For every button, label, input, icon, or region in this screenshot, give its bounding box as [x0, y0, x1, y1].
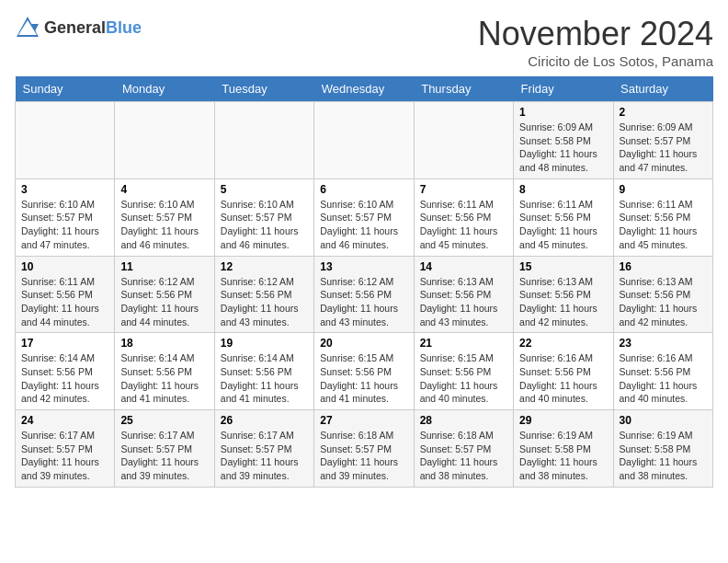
calendar-cell: 19Sunrise: 6:14 AM Sunset: 5:56 PM Dayli…	[214, 333, 313, 410]
day-info: Sunrise: 6:10 AM Sunset: 5:57 PM Dayligh…	[221, 198, 308, 252]
calendar-cell: 16Sunrise: 6:13 AM Sunset: 5:56 PM Dayli…	[613, 256, 712, 333]
location-subtitle: Ciricito de Los Sotos, Panama	[478, 53, 713, 69]
header-cell-tuesday: Tuesday	[214, 76, 313, 102]
day-number: 21	[420, 337, 507, 350]
day-info: Sunrise: 6:13 AM Sunset: 5:56 PM Dayligh…	[420, 275, 507, 329]
day-number: 23	[620, 337, 707, 350]
day-number: 4	[120, 183, 208, 196]
week-row-0: 1Sunrise: 6:09 AM Sunset: 5:58 PM Daylig…	[16, 102, 713, 179]
day-number: 29	[519, 414, 607, 427]
week-row-1: 3Sunrise: 6:10 AM Sunset: 5:57 PM Daylig…	[16, 178, 713, 256]
calendar-cell: 2Sunrise: 6:09 AM Sunset: 5:57 PM Daylig…	[613, 102, 712, 179]
day-number: 9	[620, 183, 707, 196]
calendar-cell: 18Sunrise: 6:14 AM Sunset: 5:56 PM Dayli…	[115, 333, 214, 410]
week-row-3: 17Sunrise: 6:14 AM Sunset: 5:56 PM Dayli…	[16, 333, 713, 410]
day-info: Sunrise: 6:10 AM Sunset: 5:57 PM Dayligh…	[120, 198, 208, 252]
day-info: Sunrise: 6:19 AM Sunset: 5:58 PM Dayligh…	[620, 429, 707, 483]
day-info: Sunrise: 6:14 AM Sunset: 5:56 PM Dayligh…	[21, 351, 108, 406]
calendar-cell: 20Sunrise: 6:15 AM Sunset: 5:56 PM Dayli…	[314, 333, 414, 410]
calendar-table: SundayMondayTuesdayWednesdayThursdayFrid…	[15, 76, 713, 488]
header-cell-monday: Monday	[115, 76, 214, 102]
day-info: Sunrise: 6:14 AM Sunset: 5:56 PM Dayligh…	[120, 351, 208, 406]
calendar-header: SundayMondayTuesdayWednesdayThursdayFrid…	[16, 76, 713, 102]
day-info: Sunrise: 6:13 AM Sunset: 5:56 PM Dayligh…	[620, 275, 707, 329]
month-title: November 2024	[478, 15, 713, 53]
day-number: 14	[420, 260, 507, 273]
calendar-cell: 5Sunrise: 6:10 AM Sunset: 5:57 PM Daylig…	[214, 178, 313, 256]
calendar-cell: 10Sunrise: 6:11 AM Sunset: 5:56 PM Dayli…	[16, 256, 115, 333]
day-number: 2	[620, 106, 707, 119]
calendar-cell	[214, 102, 313, 179]
day-number: 12	[221, 260, 308, 273]
calendar-cell: 17Sunrise: 6:14 AM Sunset: 5:56 PM Dayli…	[16, 333, 115, 410]
calendar-cell: 24Sunrise: 6:17 AM Sunset: 5:57 PM Dayli…	[16, 410, 115, 488]
calendar-cell: 25Sunrise: 6:17 AM Sunset: 5:57 PM Dayli…	[115, 410, 214, 488]
header: GeneralBlue November 2024 Ciricito de Lo…	[15, 15, 713, 69]
day-number: 22	[519, 337, 607, 350]
header-cell-thursday: Thursday	[414, 76, 513, 102]
calendar-body: 1Sunrise: 6:09 AM Sunset: 5:58 PM Daylig…	[16, 102, 713, 488]
day-info: Sunrise: 6:11 AM Sunset: 5:56 PM Dayligh…	[519, 198, 607, 252]
day-info: Sunrise: 6:12 AM Sunset: 5:56 PM Dayligh…	[221, 275, 308, 329]
calendar-cell: 27Sunrise: 6:18 AM Sunset: 5:57 PM Dayli…	[314, 410, 414, 488]
calendar-cell: 8Sunrise: 6:11 AM Sunset: 5:56 PM Daylig…	[514, 178, 613, 256]
week-row-2: 10Sunrise: 6:11 AM Sunset: 5:56 PM Dayli…	[16, 256, 713, 333]
calendar-cell: 6Sunrise: 6:10 AM Sunset: 5:57 PM Daylig…	[314, 178, 414, 256]
day-info: Sunrise: 6:16 AM Sunset: 5:56 PM Dayligh…	[620, 351, 707, 406]
day-number: 27	[320, 414, 407, 427]
day-info: Sunrise: 6:17 AM Sunset: 5:57 PM Dayligh…	[221, 429, 308, 483]
calendar-cell: 4Sunrise: 6:10 AM Sunset: 5:57 PM Daylig…	[115, 178, 214, 256]
calendar-cell	[16, 102, 115, 179]
header-cell-wednesday: Wednesday	[314, 76, 414, 102]
logo-icon	[15, 15, 40, 40]
calendar-cell: 30Sunrise: 6:19 AM Sunset: 5:58 PM Dayli…	[613, 410, 712, 488]
day-info: Sunrise: 6:15 AM Sunset: 5:56 PM Dayligh…	[320, 351, 407, 406]
day-number: 30	[620, 414, 707, 427]
day-info: Sunrise: 6:17 AM Sunset: 5:57 PM Dayligh…	[120, 429, 208, 483]
day-info: Sunrise: 6:09 AM Sunset: 5:58 PM Dayligh…	[519, 121, 607, 175]
calendar-cell	[314, 102, 414, 179]
header-cell-sunday: Sunday	[16, 76, 115, 102]
calendar-cell: 15Sunrise: 6:13 AM Sunset: 5:56 PM Dayli…	[514, 256, 613, 333]
day-info: Sunrise: 6:12 AM Sunset: 5:56 PM Dayligh…	[120, 275, 208, 329]
day-number: 17	[21, 337, 108, 350]
calendar-cell: 26Sunrise: 6:17 AM Sunset: 5:57 PM Dayli…	[214, 410, 313, 488]
calendar-cell: 23Sunrise: 6:16 AM Sunset: 5:56 PM Dayli…	[613, 333, 712, 410]
day-info: Sunrise: 6:11 AM Sunset: 5:56 PM Dayligh…	[420, 198, 507, 252]
logo: GeneralBlue	[15, 15, 142, 40]
title-area: November 2024 Ciricito de Los Sotos, Pan…	[478, 15, 713, 69]
calendar-cell: 29Sunrise: 6:19 AM Sunset: 5:58 PM Dayli…	[514, 410, 613, 488]
day-number: 8	[519, 183, 607, 196]
calendar-cell: 1Sunrise: 6:09 AM Sunset: 5:58 PM Daylig…	[514, 102, 613, 179]
day-number: 13	[320, 260, 407, 273]
day-number: 15	[519, 260, 607, 273]
day-number: 28	[420, 414, 507, 427]
week-row-4: 24Sunrise: 6:17 AM Sunset: 5:57 PM Dayli…	[16, 410, 713, 488]
day-info: Sunrise: 6:16 AM Sunset: 5:56 PM Dayligh…	[519, 351, 607, 406]
calendar-cell	[115, 102, 214, 179]
day-number: 1	[519, 106, 607, 119]
day-info: Sunrise: 6:14 AM Sunset: 5:56 PM Dayligh…	[221, 351, 308, 406]
day-number: 5	[221, 183, 308, 196]
day-number: 11	[120, 260, 208, 273]
day-info: Sunrise: 6:12 AM Sunset: 5:56 PM Dayligh…	[320, 275, 407, 329]
calendar-cell: 14Sunrise: 6:13 AM Sunset: 5:56 PM Dayli…	[414, 256, 513, 333]
header-cell-friday: Friday	[514, 76, 613, 102]
calendar-cell: 12Sunrise: 6:12 AM Sunset: 5:56 PM Dayli…	[214, 256, 313, 333]
header-cell-saturday: Saturday	[613, 76, 712, 102]
calendar-cell: 22Sunrise: 6:16 AM Sunset: 5:56 PM Dayli…	[514, 333, 613, 410]
calendar-cell: 21Sunrise: 6:15 AM Sunset: 5:56 PM Dayli…	[414, 333, 513, 410]
calendar-cell: 11Sunrise: 6:12 AM Sunset: 5:56 PM Dayli…	[115, 256, 214, 333]
day-number: 19	[221, 337, 308, 350]
day-info: Sunrise: 6:11 AM Sunset: 5:56 PM Dayligh…	[21, 275, 108, 329]
day-number: 24	[21, 414, 108, 427]
day-info: Sunrise: 6:09 AM Sunset: 5:57 PM Dayligh…	[620, 121, 707, 175]
day-info: Sunrise: 6:10 AM Sunset: 5:57 PM Dayligh…	[320, 198, 407, 252]
calendar-cell: 28Sunrise: 6:18 AM Sunset: 5:57 PM Dayli…	[414, 410, 513, 488]
day-number: 25	[120, 414, 208, 427]
calendar-cell: 7Sunrise: 6:11 AM Sunset: 5:56 PM Daylig…	[414, 178, 513, 256]
day-info: Sunrise: 6:18 AM Sunset: 5:57 PM Dayligh…	[420, 429, 507, 483]
calendar-cell: 9Sunrise: 6:11 AM Sunset: 5:56 PM Daylig…	[613, 178, 712, 256]
day-number: 18	[120, 337, 208, 350]
day-number: 26	[221, 414, 308, 427]
